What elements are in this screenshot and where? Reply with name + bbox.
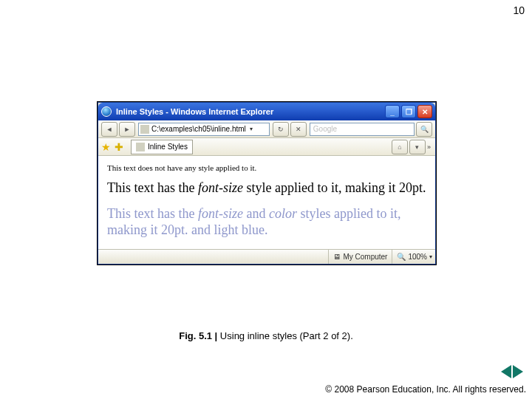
print-button[interactable]: ▾	[409, 140, 426, 154]
zoom-value: 100%	[408, 253, 427, 261]
toolbar-overflow-icon[interactable]: »	[427, 143, 431, 151]
address-bar[interactable]: C:\examples\ch05\inline.html ▾	[138, 123, 270, 136]
minimize-button[interactable]: _	[385, 105, 400, 118]
search-go-button[interactable]: 🔍	[416, 122, 432, 137]
zoom-control[interactable]: 🔍 100% ▾	[392, 250, 432, 264]
computer-icon: 🖥	[333, 253, 341, 261]
paragraph-fontsize: This text has the font-size style applie…	[107, 180, 426, 197]
window-controls: _ ❐ ✕	[385, 105, 432, 118]
page-number: 10	[513, 4, 525, 16]
page-icon	[140, 125, 149, 134]
paragraph-color: This text has the font-size and color st…	[107, 205, 426, 239]
copyright-footer: © 2008 Pearson Education, Inc. All right…	[325, 384, 526, 395]
tab-label: Inline Styles	[148, 143, 188, 151]
favorites-star-icon[interactable]: ★	[101, 141, 113, 153]
tab-page-icon	[136, 143, 145, 151]
zone-label: My Computer	[343, 253, 387, 261]
back-button[interactable]: ◄	[101, 122, 117, 137]
next-slide-button[interactable]	[513, 365, 523, 378]
address-toolbar: ◄ ► C:\examples\ch05\inline.html ▾ ↻ ✕ G…	[98, 120, 435, 138]
address-dropdown-icon[interactable]: ▾	[246, 126, 256, 132]
tab-toolbar: ★ ✚ Inline Styles ⌂ ▾ »	[98, 138, 435, 156]
search-placeholder: Google	[313, 125, 337, 133]
window-title: Inline Styles - Windows Internet Explore…	[116, 107, 385, 116]
figure-caption: Fig. 5.1 | Using inline styles (Part 2 o…	[0, 330, 532, 341]
close-button[interactable]: ✕	[417, 105, 432, 118]
zoom-dropdown-icon[interactable]: ▾	[429, 253, 432, 260]
maximize-button[interactable]: ❐	[401, 105, 416, 118]
search-input[interactable]: Google	[310, 123, 415, 136]
status-bar: 🖥 My Computer 🔍 100% ▾	[98, 249, 435, 264]
caption-text: Using inline styles (Part 2 of 2).	[217, 330, 353, 341]
address-text: C:\examples\ch05\inline.html	[151, 125, 246, 133]
security-zone: 🖥 My Computer	[328, 250, 387, 264]
titlebar: Inline Styles - Windows Internet Explore…	[98, 103, 435, 120]
ie-icon	[101, 106, 112, 117]
caption-label: Fig. 5.1 |	[179, 330, 217, 341]
refresh-button[interactable]: ↻	[273, 122, 289, 137]
page-content: This text does not have any style applie…	[98, 156, 435, 249]
home-button[interactable]: ⌂	[392, 140, 408, 154]
prev-slide-button[interactable]	[501, 365, 511, 378]
slide-nav	[501, 365, 523, 378]
browser-window: Inline Styles - Windows Internet Explore…	[98, 102, 436, 265]
zoom-icon: 🔍	[397, 253, 406, 261]
browser-tab[interactable]: Inline Styles	[131, 140, 193, 154]
favorites-add-icon[interactable]: ✚	[115, 141, 126, 153]
forward-button[interactable]: ►	[119, 122, 135, 137]
stop-button[interactable]: ✕	[290, 122, 307, 137]
paragraph-plain: This text does not have any style applie…	[107, 163, 426, 172]
